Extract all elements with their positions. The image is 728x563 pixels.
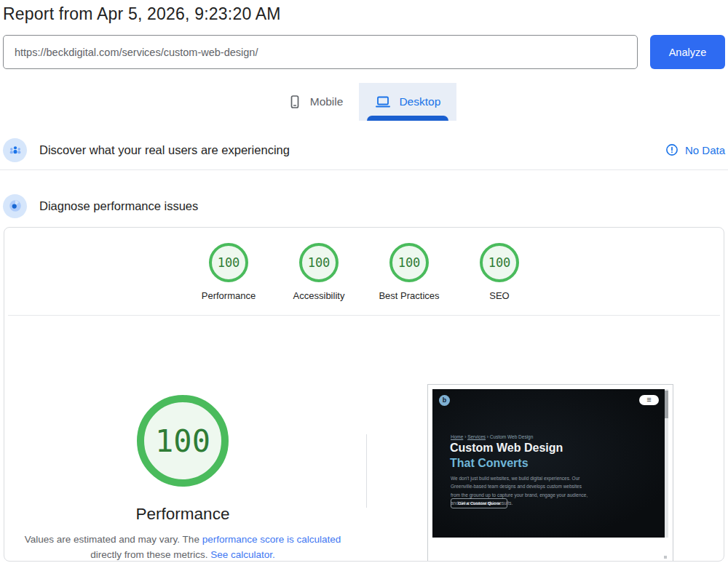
desktop-laptop-icon [375,95,391,109]
score-accessibility-label: Accessibility [293,290,345,301]
performance-title: Performance [4,505,361,524]
real-users-icon [3,138,27,162]
performance-gauge: 100 [137,395,229,487]
field-data-section-header: Discover what your real users are experi… [3,131,725,169]
page-title: Report from Apr 5, 2026, 9:23:20 AM [3,4,725,24]
score-performance-label: Performance [202,290,256,301]
screenshot-hero: b ≡ Home › Services › Custom Web Design … [432,389,668,538]
tab-mobile-label: Mobile [310,95,344,108]
no-data-label: No Data [685,144,725,156]
page-screenshot-thumbnail[interactable]: b ≡ Home › Services › Custom Web Design … [427,384,673,562]
score-best-practices-gauge: 100 [389,243,429,282]
hamburger-menu-icon: ≡ [639,395,659,405]
breadcrumb: Home › Services › Custom Web Design [451,434,533,439]
hero-heading: Custom Web Design That Converts [450,440,563,471]
performance-score-link[interactable]: performance score is calculated [202,534,341,545]
lab-data-section-header: Diagnose performance issues [3,187,725,225]
performance-summary: 100 Performance Values are estimated and… [4,316,361,562]
info-icon[interactable] [665,143,678,156]
section-divider [0,169,728,170]
breadcrumb-current: Custom Web Design [490,434,534,439]
tab-desktop-label: Desktop [399,95,440,108]
tab-mobile[interactable]: Mobile [272,83,360,121]
score-seo-label: SEO [489,290,509,301]
score-seo[interactable]: 100 SEO [454,243,545,301]
url-bar: Analyze [3,35,725,69]
lighthouse-icon [3,194,27,218]
tab-selected-indicator [367,116,448,121]
get-custom-quote-button: Get a Custom Quote [451,498,507,508]
see-calculator-link[interactable]: See calculator. [210,549,275,560]
performance-report-body: 100 Performance Values are estimated and… [4,316,724,562]
score-best-practices-label: Best Practices [379,290,439,301]
category-scores: 100 Performance 100 Accessibility 100 Be… [4,243,724,301]
breadcrumb-home: Home [451,434,463,439]
footnote-text-1: Values are estimated and may vary. The [25,534,202,545]
screenshot-scrollbar [665,389,668,538]
tab-desktop[interactable]: Desktop [359,83,456,121]
performance-footnote: Values are estimated and may vary. The p… [23,532,343,562]
score-accessibility[interactable]: 100 Accessibility [274,243,364,301]
lab-data-section-title: Diagnose performance issues [39,199,198,213]
no-data-status[interactable]: No Data [665,143,725,156]
score-seo-gauge: 100 [480,243,519,282]
device-tabs: Mobile Desktop [3,83,725,121]
pagespeed-report: Report from Apr 5, 2026, 9:23:20 AM Anal… [0,4,728,562]
report-card: 100 Performance 100 Accessibility 100 Be… [4,227,724,562]
mobile-phone-icon [288,95,302,109]
resize-mark [664,556,667,559]
score-performance-gauge: 100 [209,243,248,282]
field-data-section-title: Discover what your real users are experi… [39,143,290,157]
vertical-divider [366,434,367,508]
footnote-text-2: directly from these metrics. [90,549,210,560]
score-accessibility-gauge: 100 [299,243,339,282]
site-logo: b [439,395,450,406]
hero-heading-line1: Custom Web Design [450,440,563,455]
analyze-button[interactable]: Analyze [650,35,725,69]
score-best-practices[interactable]: 100 Best Practices [364,243,454,301]
url-input[interactable] [3,35,638,69]
scrollbar-thumb [665,391,668,418]
score-performance[interactable]: 100 Performance [183,243,274,301]
breadcrumb-services: Services [467,434,486,439]
hero-heading-line2: That Converts [450,455,563,471]
